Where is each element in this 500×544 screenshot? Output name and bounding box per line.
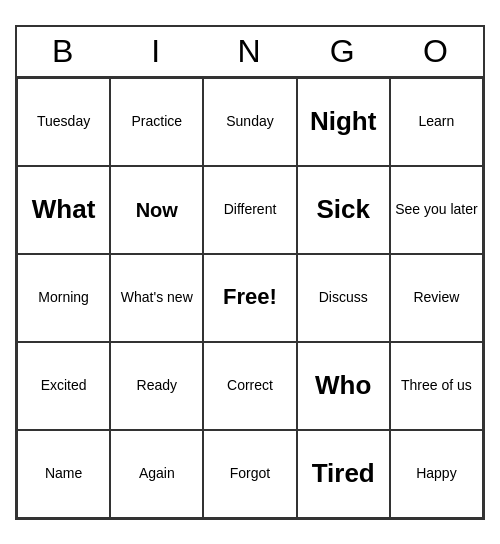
bingo-cell-23[interactable]: Tired (297, 430, 390, 518)
bingo-cell-1[interactable]: Practice (110, 78, 203, 166)
bingo-cell-10[interactable]: Morning (17, 254, 110, 342)
bingo-cell-22[interactable]: Forgot (203, 430, 296, 518)
bingo-cell-5[interactable]: What (17, 166, 110, 254)
header-letter: G (297, 27, 390, 76)
bingo-cell-7[interactable]: Different (203, 166, 296, 254)
bingo-cell-13[interactable]: Discuss (297, 254, 390, 342)
bingo-cell-6[interactable]: Now (110, 166, 203, 254)
bingo-cell-16[interactable]: Ready (110, 342, 203, 430)
bingo-header: BINGO (17, 27, 483, 78)
bingo-cell-12[interactable]: Free! (203, 254, 296, 342)
header-letter: B (17, 27, 110, 76)
bingo-cell-21[interactable]: Again (110, 430, 203, 518)
bingo-cell-20[interactable]: Name (17, 430, 110, 518)
bingo-cell-18[interactable]: Who (297, 342, 390, 430)
bingo-cell-8[interactable]: Sick (297, 166, 390, 254)
bingo-cell-17[interactable]: Correct (203, 342, 296, 430)
bingo-cell-15[interactable]: Excited (17, 342, 110, 430)
header-letter: N (203, 27, 296, 76)
bingo-cell-14[interactable]: Review (390, 254, 483, 342)
bingo-cell-9[interactable]: See you later (390, 166, 483, 254)
bingo-cell-3[interactable]: Night (297, 78, 390, 166)
header-letter: O (390, 27, 483, 76)
bingo-cell-2[interactable]: Sunday (203, 78, 296, 166)
bingo-cell-19[interactable]: Three of us (390, 342, 483, 430)
bingo-grid: TuesdayPracticeSundayNightLearnWhatNowDi… (17, 78, 483, 518)
bingo-cell-11[interactable]: What's new (110, 254, 203, 342)
header-letter: I (110, 27, 203, 76)
bingo-cell-0[interactable]: Tuesday (17, 78, 110, 166)
bingo-card: BINGO TuesdayPracticeSundayNightLearnWha… (15, 25, 485, 520)
bingo-cell-24[interactable]: Happy (390, 430, 483, 518)
bingo-cell-4[interactable]: Learn (390, 78, 483, 166)
